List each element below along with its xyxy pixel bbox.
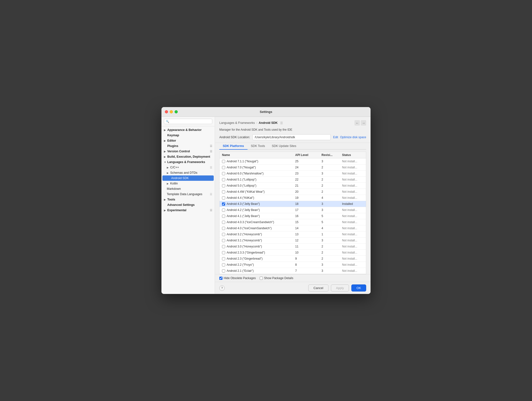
table-row[interactable]: Android 4.3 ("Jelly Bean")183Installed	[220, 201, 366, 207]
show-details-checkbox[interactable]	[260, 277, 263, 280]
hide-obsolete-label[interactable]: Hide Obsolete Packages	[219, 276, 256, 280]
search-box[interactable]: 🔍	[161, 117, 215, 126]
arrow-icon: ▼	[164, 161, 166, 164]
table-row[interactable]: Android 5.1 ("Lollipop")222Not install..…	[220, 177, 366, 183]
col-header-api[interactable]: API Level	[293, 152, 319, 158]
sidebar-item-kotlin[interactable]: ▶ Kotlin	[161, 181, 215, 186]
sidebar-item-cpp[interactable]: ▶ C/C++ ☰	[161, 165, 215, 170]
row-revision: 3	[319, 268, 339, 274]
sidebar-item-advanced-settings[interactable]: Advanced Settings	[161, 202, 215, 208]
sidebar-item-build[interactable]: ▶ Build, Execution, Deployment	[161, 154, 215, 159]
sidebar-item-tools[interactable]: ▶ Tools	[161, 197, 215, 202]
tab-sdk-tools[interactable]: SDK Tools	[248, 143, 268, 150]
row-checkbox[interactable]	[222, 190, 225, 193]
show-details-text: Show Package Details	[264, 276, 293, 280]
table-row[interactable]: Android 3.0 ("Honeycomb")112Not install.…	[220, 244, 366, 250]
row-checkbox[interactable]	[222, 184, 225, 187]
sidebar-item-template-data[interactable]: Template Data Languages ☰	[161, 191, 215, 197]
table-container[interactable]: Name API Level Revisi... Status Android …	[219, 152, 366, 274]
doc-icon: ☰	[280, 121, 283, 125]
row-api: 24	[293, 164, 319, 171]
sidebar-item-markdown[interactable]: Markdown	[161, 186, 215, 191]
sidebar-item-appearance[interactable]: ▶ Appearance & Behavior	[161, 127, 215, 133]
row-checkbox[interactable]	[222, 196, 225, 200]
table-row[interactable]: Android 7.1.1 ("Nougat")253Not install..…	[220, 158, 366, 164]
table-row[interactable]: Android 5.0 ("Lollipop")212Not install..…	[220, 183, 366, 189]
table-row[interactable]: Android 4.0 ("IceCreamSandwich")144Not i…	[220, 225, 366, 231]
table-row[interactable]: Android 4.4 ("KitKat")194Not install...	[220, 195, 366, 201]
arrow-icon: ▶	[164, 129, 166, 131]
row-api: 20	[293, 189, 319, 195]
help-button[interactable]: ?	[219, 285, 225, 291]
table-row[interactable]: Android 4.0.3 ("IceCreamSandwich")155Not…	[220, 219, 366, 225]
row-checkbox[interactable]	[222, 160, 225, 163]
row-checkbox[interactable]	[222, 269, 225, 273]
sidebar: 🔍 ▶ Appearance & Behavior Keymap ▶ Edito…	[161, 117, 215, 294]
sidebar-item-editor[interactable]: ▶ Editor	[161, 138, 215, 143]
minimize-button[interactable]	[170, 110, 173, 113]
row-status: Not install...	[340, 164, 366, 171]
table-row[interactable]: Android 2.3 ("Gingerbread")92Not install…	[220, 256, 366, 262]
row-checkbox[interactable]	[222, 215, 225, 218]
row-checkbox[interactable]	[222, 239, 225, 242]
table-row[interactable]: Android 2.3.3 ("Gingerbread")102Not inst…	[220, 250, 366, 256]
row-checkbox[interactable]	[222, 263, 225, 266]
search-input[interactable]	[170, 120, 210, 123]
sidebar-item-schemas[interactable]: ▶ Schemas and DTDs	[161, 170, 215, 175]
row-checkbox[interactable]	[222, 221, 225, 224]
table-row[interactable]: Android 7.0 ("Nougat")242Not install...	[220, 164, 366, 171]
row-checkbox[interactable]	[222, 227, 225, 230]
sidebar-item-label: Android SDK	[171, 176, 189, 180]
window-title: Settings	[260, 110, 272, 114]
sdk-location-input[interactable]	[252, 134, 330, 140]
apply-button[interactable]: Apply	[331, 284, 349, 292]
row-api: 17	[293, 207, 319, 213]
edit-button[interactable]: Edit	[333, 136, 338, 139]
row-api: 15	[293, 219, 319, 225]
col-header-name[interactable]: Name	[220, 152, 293, 158]
maximize-button[interactable]	[175, 110, 178, 113]
ok-button[interactable]: OK	[351, 284, 366, 292]
sidebar-item-languages[interactable]: ▼ Languages & Frameworks	[161, 159, 215, 165]
table-row[interactable]: Android 3.2 ("Honeycomb")131Not install.…	[220, 231, 366, 237]
row-status: Not install...	[340, 250, 366, 256]
show-details-label[interactable]: Show Package Details	[260, 276, 293, 280]
table-row[interactable]: Android 4.2 ("Jelly Bean")173Not install…	[220, 207, 366, 213]
col-header-status[interactable]: Status	[340, 152, 366, 158]
row-status: Not install...	[340, 177, 366, 183]
table-row[interactable]: Android 4.1 ("Jelly Bean")165Not install…	[220, 213, 366, 219]
row-checkbox[interactable]	[222, 257, 225, 260]
row-status: Not install...	[340, 195, 366, 201]
sidebar-item-android-sdk[interactable]: Android SDK	[162, 175, 214, 181]
table-row[interactable]: Android 2.1 ("Eclair")73Not install...	[220, 268, 366, 274]
sidebar-item-keymap[interactable]: Keymap	[161, 133, 215, 138]
sidebar-item-version-control[interactable]: ▶ Version Control ☰	[161, 149, 215, 154]
row-checkbox[interactable]	[222, 233, 225, 236]
sdk-location-label: Android SDK Location:	[219, 136, 250, 139]
close-button[interactable]	[165, 110, 168, 113]
row-checkbox[interactable]	[222, 209, 225, 212]
sidebar-item-label: Tools	[167, 198, 175, 201]
sidebar-item-plugins[interactable]: Plugins ☰	[161, 143, 215, 149]
table-row[interactable]: Android 3.1 ("Honeycomb")123Not install.…	[220, 237, 366, 244]
table-row[interactable]: Android 2.2 ("Froyo")83Not install...	[220, 262, 366, 268]
tab-sdk-update-sites[interactable]: SDK Update Sites	[268, 143, 300, 150]
row-name: Android 4.0 ("IceCreamSandwich")	[227, 227, 272, 230]
cancel-button[interactable]: Cancel	[308, 284, 328, 292]
table-row[interactable]: Android 4.4W ("KitKat Wear")202Not insta…	[220, 189, 366, 195]
row-name: Android 4.2 ("Jelly Bean")	[227, 208, 260, 212]
optimize-button[interactable]: Optimize disk space	[340, 136, 366, 139]
hide-obsolete-checkbox[interactable]	[219, 277, 222, 280]
row-checkbox[interactable]	[222, 251, 225, 254]
tab-sdk-platforms[interactable]: SDK Platforms	[219, 143, 248, 150]
row-checkbox[interactable]	[222, 245, 225, 248]
col-header-revision[interactable]: Revisi...	[319, 152, 339, 158]
row-checkbox[interactable]	[222, 178, 225, 181]
row-checkbox[interactable]	[222, 166, 225, 169]
forward-button[interactable]: →	[361, 120, 366, 126]
table-row[interactable]: Android 6.0 ("Marshmallow")233Not instal…	[220, 171, 366, 177]
back-button[interactable]: ←	[355, 120, 360, 126]
row-checkbox[interactable]	[222, 202, 225, 206]
sidebar-item-experimental[interactable]: ▶ Experimental ☰	[161, 208, 215, 213]
row-checkbox[interactable]	[222, 172, 225, 175]
